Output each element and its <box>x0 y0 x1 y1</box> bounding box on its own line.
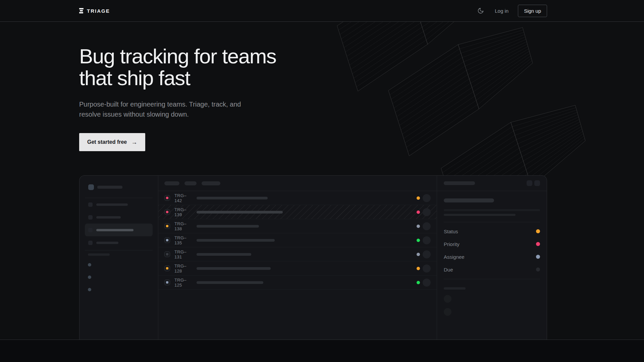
mock-workspace-header <box>79 176 158 190</box>
issue-title-skeleton <box>197 225 259 228</box>
sidebar-dot-placeholder <box>88 276 91 279</box>
issue-row: TRG–128 <box>158 261 437 276</box>
logo-icon <box>79 8 84 13</box>
issue-type-icon <box>164 209 170 215</box>
detail-dot <box>536 229 540 233</box>
detail-label: Priority <box>444 241 460 247</box>
issue-status-dot <box>417 210 420 214</box>
subtitle-line-1: Purpose-built for engineering teams. Tri… <box>79 99 644 109</box>
issue-assignee-avatar <box>423 208 431 216</box>
issue-row: TRG–125 <box>158 276 437 290</box>
issue-type-icon <box>164 251 170 257</box>
brand-logo[interactable]: TRIAGE <box>79 8 110 14</box>
detail-divider <box>444 279 540 279</box>
issue-status-dot <box>417 253 420 256</box>
detail-panel-header <box>437 176 547 191</box>
issue-assignee-avatar <box>423 222 431 230</box>
hero-section: Bug tracking for teams that ship fast Pu… <box>0 22 644 340</box>
workspace-name-skeleton <box>97 186 122 189</box>
signup-button[interactable]: Sign up <box>518 5 547 17</box>
sidebar-item-label-skeleton <box>96 216 121 219</box>
detail-section-skeleton <box>444 287 466 290</box>
sidebar-item-icon-placeholder <box>88 228 93 232</box>
login-link[interactable]: Log in <box>495 8 508 14</box>
sidebar-item-label-skeleton <box>96 229 133 231</box>
page-title: Bug tracking for teams that ship fast <box>79 22 644 89</box>
workspace-avatar-placeholder <box>88 184 94 190</box>
detail-panel-body: Status Priority Assignee Due <box>437 198 547 316</box>
issue-status-dot <box>417 239 420 242</box>
detail-row: Due <box>444 263 540 276</box>
sidebar-divider <box>85 250 153 250</box>
issue-title-skeleton <box>197 211 283 214</box>
issue-id: TRG–125 <box>174 278 193 288</box>
detail-action-placeholder <box>534 180 540 186</box>
sidebar-item-icon-placeholder <box>88 202 93 207</box>
issue-title-skeleton <box>197 197 268 199</box>
detail-avatar-placeholder <box>444 295 451 303</box>
detail-dot <box>536 242 540 246</box>
detail-action-placeholder <box>527 180 532 186</box>
issue-id: TRG–131 <box>174 249 193 259</box>
issue-assignee-avatar <box>423 236 431 244</box>
detail-text-skeleton <box>444 214 516 216</box>
arrow-right-icon: → <box>131 139 137 146</box>
issue-row: TRG–142 <box>158 191 437 205</box>
toolbar-filter-skeleton <box>184 181 197 185</box>
sidebar-item-skeleton <box>85 211 153 224</box>
detail-text-skeleton <box>444 209 540 211</box>
app-mockup-window: TRG–142 TRG–139 TRG–138 TRG–135 TRG–131 … <box>79 175 547 340</box>
detail-title-skeleton <box>444 198 494 202</box>
headline-line-1: Bug tracking for teams <box>79 45 644 67</box>
brand-name: TRIAGE <box>87 8 110 14</box>
moon-icon <box>477 7 484 14</box>
issue-title-skeleton <box>197 281 263 284</box>
issue-list-toolbar <box>158 176 437 191</box>
issue-title-skeleton <box>197 267 271 270</box>
sidebar-item-skeleton-active <box>85 224 153 236</box>
theme-toggle-button[interactable] <box>476 6 485 15</box>
issue-id: TRG–135 <box>174 235 193 245</box>
mock-sidebar <box>79 176 158 340</box>
issue-assignee-avatar <box>423 194 431 202</box>
detail-dot <box>536 255 540 259</box>
detail-row: Priority <box>444 238 540 250</box>
nav-actions: Log in Sign up <box>476 5 547 17</box>
detail-divider <box>444 222 540 222</box>
issue-status-dot <box>417 267 420 270</box>
sidebar-item-skeleton <box>85 198 153 211</box>
issue-status-dot <box>417 196 420 200</box>
issue-assignee-avatar <box>423 264 431 273</box>
issue-type-icon <box>164 280 170 285</box>
issue-assignee-avatar <box>423 250 431 258</box>
issue-row: TRG–131 <box>158 247 437 261</box>
detail-row: Status <box>444 225 540 238</box>
nav-inner: TRIAGE Log in Sign up <box>79 0 547 21</box>
sidebar-item-label-skeleton <box>96 203 128 206</box>
detail-header-skeleton <box>444 181 475 185</box>
issue-status-dot <box>417 281 420 284</box>
footer <box>0 340 644 362</box>
issue-title-skeleton <box>197 239 275 242</box>
issue-type-icon <box>164 223 170 229</box>
sidebar-item-label-skeleton <box>96 242 118 244</box>
detail-rows: Status Priority Assignee Due <box>444 225 540 276</box>
detail-label: Status <box>444 229 458 234</box>
detail-label: Assignee <box>444 254 465 260</box>
sidebar-dot-placeholder <box>88 288 91 291</box>
mock-detail-panel: Status Priority Assignee Due <box>437 176 547 340</box>
issue-id: TRG–138 <box>174 221 193 231</box>
issue-status-dot <box>417 225 420 228</box>
issue-row: TRG–139 <box>158 205 437 219</box>
hero-subtitle: Purpose-built for engineering teams. Tri… <box>79 99 644 119</box>
sidebar-item-icon-placeholder <box>88 215 93 220</box>
toolbar-filter-skeleton <box>164 181 179 185</box>
issue-type-icon <box>164 237 170 243</box>
top-nav: TRIAGE Log in Sign up <box>0 0 644 22</box>
detail-avatar-placeholder <box>444 308 451 316</box>
get-started-button[interactable]: Get started free → <box>79 133 145 151</box>
issue-row: TRG–135 <box>158 233 437 247</box>
toolbar-filter-skeleton <box>202 181 220 185</box>
issue-id: TRG–139 <box>174 207 193 217</box>
sidebar-section-skeleton <box>88 253 110 256</box>
